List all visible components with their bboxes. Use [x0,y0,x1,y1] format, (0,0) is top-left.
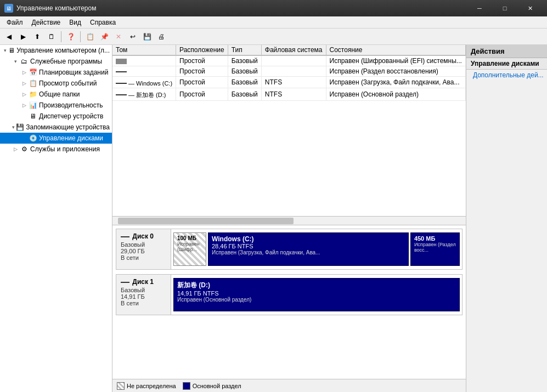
col-status[interactable]: Состояние [326,45,465,55]
actions-header: Действия [466,45,547,58]
disk0-partitions: 100 МБ Исправен (Шифр... Windows (C:) 28… [171,229,462,269]
toolbar-forward[interactable]: ▶ [16,30,30,43]
cell-status: Исправен (Основной раздел) [326,88,465,101]
tree-item-performance[interactable]: ▷ 📊 Производительность [0,100,112,111]
disk0-p2-status: Исправен (Загрузка, Файл подкачки, Ава..… [212,249,405,255]
tree-item-eventviewer[interactable]: ▷ 📋 Просмотр событий [0,78,112,89]
disk0-name: Диск 0 [121,232,166,240]
icon-diskmgmt: 💿 [29,134,37,143]
icon-root: 🖥 [8,46,15,55]
actions-link-more[interactable]: Дополнительные дей... ▶ [466,70,547,81]
cell-location: Простой [176,55,228,66]
disk1-size: 14,91 ГБ [121,293,166,300]
legend-bar: Не распределена Основной раздел [112,379,466,392]
expand-services: ▷ [11,145,20,154]
toolbar-up[interactable]: ⬆ [31,30,44,43]
actions-section-label: Управление дисками [471,60,539,67]
right-pane: Том Расположение Тип Файловая система Со… [112,45,466,392]
cell-volume [112,55,176,66]
menu-help[interactable]: Справка [86,18,120,27]
toolbar-back[interactable]: ◀ [2,30,15,43]
expand-performance: ▷ [20,101,29,110]
horizontal-scrollbar[interactable] [112,217,466,225]
toolbar-undo[interactable]: ↩ [126,30,139,43]
disk-info-0: Диск 0 Базовый 29,00 ГБ В сети [116,229,171,269]
scroll-thumb[interactable] [118,218,294,224]
cell-fs [261,55,326,66]
toolbar-pin[interactable]: 📌 [98,30,111,43]
disk-info-1: Диск 1 Базовый 14,91 ГБ В сети [116,275,171,315]
icon-services: ⚙ [20,145,29,154]
table-row[interactable]: — 新加卷 (D:) Простой Базовый NTFS Исправен… [112,88,465,101]
disk0-p2-name: Windows (C:) [212,235,405,243]
disk0-partition-2[interactable]: Windows (C:) 28,46 ГБ NTFS Исправен (Заг… [208,232,409,266]
cell-fs [261,66,326,77]
table-row[interactable]: Простой Базовый Исправен (Раздел восстан… [112,66,465,77]
label-performance: Производительность [39,101,103,109]
tree-item-services[interactable]: ▷ ⚙ Службы и приложения [0,144,112,155]
col-location[interactable]: Расположение [176,45,228,55]
menu-view[interactable]: Вид [65,18,86,27]
tree-item-root[interactable]: ▾ 🖥 Управление компьютером (л... [0,45,112,56]
tree-item-diskmgmt[interactable]: ▷ 💿 Управление дисками [0,133,112,144]
disk0-partition-3[interactable]: 450 МБ Исправен (Раздел восс... [410,232,460,266]
disk0-p1-status: Исправен (Шифр... [177,241,202,252]
app-icon: 🖥 [4,4,13,13]
disk0-type: Базовый [121,241,166,248]
col-fs[interactable]: Файловая система [261,45,326,55]
legend-primary-label: Основной раздел [193,383,241,389]
minimize-button[interactable]: ─ [467,0,492,16]
menu-file[interactable]: Файл [2,18,27,27]
actions-section-diskmgmt[interactable]: Управление дисками ▲ [466,58,547,70]
swatch-primary [183,382,190,390]
toolbar: ◀ ▶ ⬆ 🗒 ❓ 📋 📌 ✕ ↩ 💾 🖨 [0,29,547,45]
cell-location: Простой [176,66,228,77]
tree-item-utilities[interactable]: ▾ 🗂 Служебные программы [0,56,112,67]
disk1-p1-size: 14,91 ГБ NTFS [177,290,456,297]
disk0-status: В сети [121,254,166,261]
window-controls: ─ □ ✕ [467,0,543,16]
label-root: Управление компьютером (л... [16,47,110,54]
label-storage: Запоминающие устройства [26,123,110,131]
toolbar-print[interactable]: 🖨 [155,30,168,43]
maximize-button[interactable]: □ [492,0,517,16]
toolbar-refresh[interactable]: 🗒 [45,30,58,43]
cell-fs: NTFS [261,88,326,101]
disk-table-area[interactable]: Том Расположение Тип Файловая система Со… [112,45,466,217]
table-row[interactable]: — Windows (C:) Простой Базовый NTFS Испр… [112,77,465,88]
icon-performance: 📊 [29,101,37,110]
tree-item-scheduler[interactable]: ▷ 📅 Планировщик заданий [0,67,112,78]
toolbar-export[interactable]: 📋 [83,30,97,43]
col-type[interactable]: Тип [228,45,261,55]
icon-scheduler: 📅 [29,68,37,77]
close-button[interactable]: ✕ [517,0,543,16]
cell-volume: — 新加卷 (D:) [112,88,176,101]
toolbar-help[interactable]: ❓ [64,30,77,43]
expand-scheduler: ▷ [20,68,29,77]
table-row[interactable]: Простой Базовый Исправен (Шифрованный (E… [112,55,465,66]
toolbar-delete[interactable]: ✕ [112,30,125,43]
expand-root: ▾ [2,46,8,55]
col-volume[interactable]: Том [112,45,176,55]
menu-bar: Файл Действие Вид Справка [0,16,547,29]
expand-utilities: ▾ [11,57,20,66]
legend-unallocated: Не распределена [117,382,176,390]
cell-type: Базовый [228,66,261,77]
label-scheduler: Планировщик заданий [39,69,108,76]
toolbar-sep1 [61,31,61,42]
disk1-status: В сети [121,300,166,306]
disk0-p1-size: 100 МБ [177,235,202,241]
expand-sharedfolders: ▷ [20,90,29,99]
tree-item-devmgr[interactable]: ▷ 🖥 Диспетчер устройств [0,111,112,122]
disk0-partition-1[interactable]: 100 МБ Исправен (Шифр... [173,232,206,266]
label-diskmgmt: Управление дисками [39,134,103,142]
disk1-partition-1[interactable]: 新加卷 (D:) 14,91 ГБ NTFS Исправен (Основно… [173,278,460,311]
tree-item-sharedfolders[interactable]: ▷ 📁 Общие папки [0,89,112,100]
disk1-partitions: 新加卷 (D:) 14,91 ГБ NTFS Исправен (Основно… [171,275,462,315]
cell-volume [112,66,176,77]
menu-action[interactable]: Действие [27,18,65,27]
tree-item-storage[interactable]: ▾ 💾 Запоминающие устройства [0,122,112,133]
cell-location: Простой [176,88,228,101]
toolbar-save[interactable]: 💾 [140,30,154,43]
disk0-size: 29,00 ГБ [121,248,166,254]
